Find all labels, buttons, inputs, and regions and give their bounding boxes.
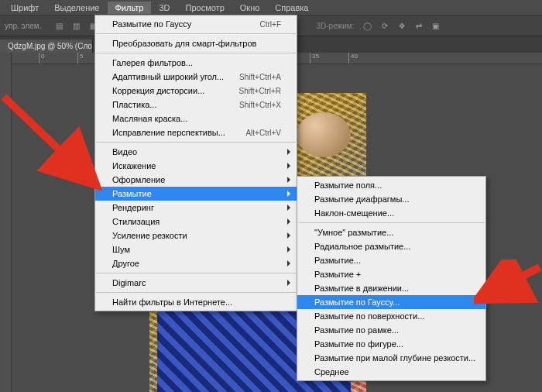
ruler-vertical: [0, 53, 12, 392]
filter-menu-item[interactable]: Другое: [95, 256, 297, 270]
menubar-item-фильтр[interactable]: Фильтр: [108, 2, 152, 14]
blur-submenu-item[interactable]: Среднее: [297, 365, 485, 379]
filter-menu-item[interactable]: Усиление резкости: [95, 229, 297, 242]
blur-submenu-item[interactable]: Размытие при малой глубине резкости...: [297, 351, 485, 365]
menu-item-label: Стилизация: [112, 217, 281, 226]
menu-separator: [298, 222, 485, 223]
ruler-tick: 0: [39, 53, 77, 64]
filter-menu-item[interactable]: Галерея фильтров...: [95, 56, 297, 70]
document-tab-title: QdzgM.jpg @ 50% (Слой 0: [8, 42, 93, 50]
menubar-item-3d[interactable]: 3D: [151, 2, 177, 14]
menu-item-label: Размытие +: [314, 270, 470, 279]
blur-submenu-item[interactable]: Наклон-смещение...: [297, 206, 485, 220]
document-tab[interactable]: QdzgM.jpg @ 50% (Слой 0: [0, 40, 93, 53]
svg-line-1: [483, 267, 540, 297]
filter-menu-item[interactable]: Коррекция дисторсии...Shift+Ctrl+R: [95, 84, 297, 98]
filter-menu-item[interactable]: Размытие: [95, 187, 297, 201]
menubar-item-справка[interactable]: Справка: [267, 2, 316, 14]
menubar-item-выделение[interactable]: Выделение: [46, 2, 107, 14]
filter-menu-item[interactable]: Рендеринг: [95, 201, 297, 215]
submenu-arrow-icon: [287, 177, 290, 183]
pan-icon[interactable]: ✥: [395, 19, 409, 33]
menu-item-label: Размытие в движении...: [314, 284, 470, 293]
filter-menu-item[interactable]: Преобразовать для смарт-фильтров: [95, 36, 297, 50]
orbit-icon[interactable]: ◯: [361, 19, 375, 33]
filter-menu-item[interactable]: Digimarc: [95, 276, 297, 290]
menubar: ШрифтВыделениеФильтр3DПросмотрОкноСправк…: [0, 0, 542, 15]
blur-submenu-item[interactable]: "Умное" размытие...: [297, 225, 485, 239]
menu-item-label: Адаптивный широкий угол...: [112, 72, 239, 81]
menu-item-label: Digimarc: [112, 278, 281, 287]
slide-icon[interactable]: ⇄: [412, 19, 426, 33]
menu-item-label: Размытие по рамке...: [314, 325, 470, 335]
filter-menu-item[interactable]: Шум: [95, 242, 297, 256]
menu-item-label: Другое: [112, 259, 281, 268]
ruler-tick: 35: [310, 53, 348, 64]
blur-submenu-item[interactable]: Размытие диафрагмы...: [297, 192, 485, 206]
menu-item-label: Размытие по фигуре...: [314, 339, 470, 349]
blur-submenu-item[interactable]: Размытие по рамке...: [297, 323, 485, 337]
filter-menu-item[interactable]: Стилизация: [95, 215, 297, 229]
menu-separator: [96, 33, 296, 34]
blur-submenu-item[interactable]: Размытие поля...: [297, 178, 485, 192]
submenu-arrow-icon: [287, 218, 290, 225]
submenu-arrow-icon: [287, 280, 290, 286]
zoom-icon[interactable]: ▣: [429, 19, 443, 33]
filter-menu-item[interactable]: Найти фильтры в Интернете...: [95, 295, 297, 309]
filter-menu-item[interactable]: Масляная краска...: [95, 112, 297, 126]
menu-separator: [96, 292, 296, 293]
annotation-arrow-left: [0, 89, 108, 198]
filter-menu-item[interactable]: Видео: [95, 145, 297, 159]
menu-item-label: Галерея фильтров...: [112, 58, 281, 67]
menu-item-label: Преобразовать для смарт-фильтров: [112, 39, 281, 48]
canvas-content: [297, 112, 351, 157]
blur-submenu-item[interactable]: Размытие по Гауссу...: [297, 295, 485, 309]
filter-menu-item[interactable]: Размытие по ГауссуCtrl+F: [95, 17, 297, 31]
toolbar-label: упр. элем.: [5, 22, 41, 30]
ruler-tick: 40: [348, 53, 387, 64]
submenu-arrow-icon: [287, 205, 290, 211]
3d-mode-label: 3D-режим:: [316, 22, 354, 30]
menu-item-label: Размытие при малой глубине резкости...: [314, 353, 475, 363]
menu-separator: [96, 53, 296, 53]
menu-item-label: Размытие по Гауссу: [112, 19, 260, 29]
blur-submenu-item[interactable]: Размытие +: [297, 267, 485, 281]
filter-menu-dropdown: Размытие по ГауссуCtrl+FПреобразовать дл…: [94, 15, 297, 311]
svg-line-0: [4, 97, 91, 181]
menu-item-label: Размытие: [112, 189, 281, 198]
menu-item-label: Шум: [112, 245, 281, 254]
blur-submenu-item[interactable]: Размытие по фигуре...: [297, 337, 485, 351]
filter-menu-item[interactable]: Пластика...Shift+Ctrl+X: [95, 98, 297, 112]
menu-item-label: Исправление перспективы...: [112, 128, 245, 137]
submenu-arrow-icon: [287, 246, 290, 253]
blur-submenu-item[interactable]: Размытие...: [297, 253, 485, 267]
submenu-arrow-icon: [287, 163, 290, 169]
align-center-icon[interactable]: ▥: [69, 19, 83, 33]
menubar-item-окно[interactable]: Окно: [232, 2, 268, 14]
blur-submenu-item[interactable]: Радиальное размытие...: [297, 239, 485, 253]
filter-menu-item[interactable]: Оформление: [95, 173, 297, 187]
blur-submenu-item[interactable]: Размытие по поверхности...: [297, 309, 485, 323]
menu-item-label: Рендеринг: [112, 203, 281, 212]
filter-menu-item[interactable]: Искажение: [95, 159, 297, 173]
menu-item-label: Видео: [112, 147, 281, 156]
submenu-arrow-icon: [287, 149, 290, 155]
menu-separator: [96, 273, 296, 273]
align-left-icon[interactable]: ▤: [52, 19, 66, 33]
blur-submenu-item[interactable]: Размытие в движении...: [297, 281, 485, 295]
menu-item-shortcut: Shift+Ctrl+R: [239, 87, 281, 95]
roll-icon[interactable]: ⟳: [378, 19, 392, 33]
submenu-arrow-icon: [287, 232, 290, 239]
menu-item-label: Размытие...: [314, 256, 470, 265]
menubar-item-шрифт[interactable]: Шрифт: [3, 2, 46, 14]
menu-item-label: Наклон-смещение...: [314, 208, 470, 218]
menu-item-label: Оформление: [112, 175, 281, 184]
submenu-arrow-icon: [287, 260, 290, 266]
menu-item-shortcut: Alt+Ctrl+V: [245, 129, 281, 137]
filter-menu-item[interactable]: Исправление перспективы...Alt+Ctrl+V: [95, 126, 297, 139]
filter-menu-item[interactable]: Адаптивный широкий угол...Shift+Ctrl+A: [95, 70, 297, 84]
menu-item-label: Размытие по Гауссу...: [314, 297, 470, 307]
menu-item-shortcut: Ctrl+F: [260, 20, 282, 29]
menu-item-shortcut: Shift+Ctrl+A: [239, 73, 281, 81]
menubar-item-просмотр[interactable]: Просмотр: [178, 2, 232, 14]
